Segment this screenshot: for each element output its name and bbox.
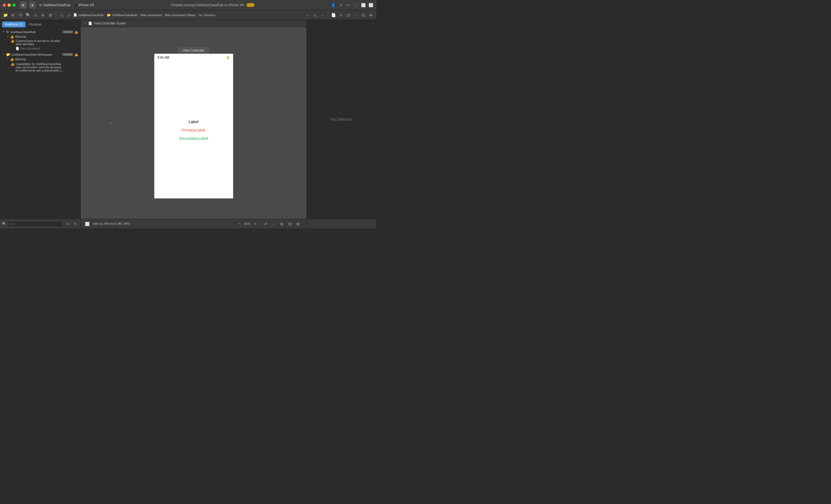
status-bar: Finished running UseBaseClassRule on iPh… bbox=[97, 3, 328, 7]
issue-group-header-2[interactable]: 📁 UseBaseClassRule Workspace 1 issue bbox=[0, 52, 80, 57]
issue-group-2: 📁 UseBaseClassRule Workspace 1 issue War… bbox=[0, 51, 80, 73]
breadcrumb-current: No Selection bbox=[199, 13, 216, 17]
share-icon[interactable]: ⊕ bbox=[368, 12, 374, 18]
folder-nav-icon[interactable]: 📁 bbox=[2, 12, 9, 18]
phone-time: 9:41 AM bbox=[157, 56, 169, 59]
storyboard-arrow: → bbox=[108, 119, 114, 127]
expand-warning-1[interactable] bbox=[6, 35, 9, 38]
warning-triangle-2 bbox=[75, 53, 78, 56]
chevron-right-icon[interactable]: › bbox=[319, 12, 325, 18]
titlebar-right-controls: 👤 ≡ ↩ ⬛ ⬜ ⬜ bbox=[330, 2, 374, 8]
toolbar-separator bbox=[56, 12, 56, 18]
issue-group-1: ⚙ UseBaseClassRule 1 issue Warning Custo… bbox=[0, 29, 80, 51]
warning-nav-icon[interactable]: ⚠ bbox=[312, 12, 318, 18]
warning-group-1[interactable]: Warning bbox=[0, 34, 80, 39]
breadcrumb: 📄 UseBaseClassRule › 📁 UseBaseClassRule … bbox=[74, 13, 216, 17]
warning-triangle-1 bbox=[75, 30, 78, 34]
layout2-icon[interactable]: ⬜ bbox=[360, 2, 366, 8]
breadcrumb-group[interactable]: UseBaseClassRule bbox=[112, 13, 137, 17]
prev-icon[interactable]: ◁ bbox=[58, 12, 65, 18]
grid-view-icon[interactable]: ⊞ bbox=[279, 221, 285, 227]
play-button[interactable]: ▶ bbox=[20, 2, 27, 9]
grid-icon[interactable]: ⊞ bbox=[47, 12, 54, 18]
phone-status-bar: 9:41 AM 🔋 bbox=[154, 54, 233, 61]
expand-icon-2[interactable] bbox=[2, 53, 5, 56]
issue-item-2[interactable]: Capabilities for UseBaseClassRulemay not… bbox=[0, 61, 80, 72]
expand-warning-2[interactable] bbox=[6, 58, 9, 60]
label-primary: PrimaryLabel bbox=[182, 128, 205, 132]
project-name: ⚙ UseBaseClassRule › 📱 iPhone XR bbox=[39, 3, 94, 7]
phone-content: Label PrimaryLabel SecondaryLabel bbox=[154, 61, 233, 198]
size-icon[interactable]: ⊟ bbox=[360, 12, 367, 18]
diff-icon[interactable]: ⊕ bbox=[40, 12, 46, 18]
label-secondary: SecondaryLabel bbox=[179, 136, 208, 141]
tab-buildtime[interactable]: Buildtime (2) bbox=[2, 22, 26, 27]
download-icon[interactable]: ↓ bbox=[270, 221, 277, 227]
breadcrumb-storyboard[interactable]: Main.storyboard bbox=[141, 13, 162, 17]
sep2 bbox=[328, 12, 328, 18]
expand-icon-1[interactable] bbox=[2, 31, 5, 33]
canvas-body[interactable]: → View Controller 9:41 AM 🔋 Label Primar… bbox=[81, 27, 307, 219]
maximize-button[interactable] bbox=[12, 3, 16, 7]
view-as-label: View as: iPhone 8 (⌘C ⌘R) bbox=[92, 222, 130, 226]
issues-content: ⚙ UseBaseClassRule 1 issue Warning Custo… bbox=[0, 28, 80, 219]
layout3-icon[interactable]: ⬜ bbox=[368, 2, 374, 8]
canvas-header: 📄 View Controller Scene bbox=[81, 20, 307, 27]
layout1-icon[interactable]: ⬛ bbox=[353, 2, 359, 8]
project-file-icon: 📄 bbox=[74, 13, 77, 17]
issue-group-header-1[interactable]: ⚙ UseBaseClassRule 1 issue bbox=[0, 29, 80, 34]
bottom-right-icons: ↺ ↓ ⊞ ⊟ ⊞ bbox=[260, 219, 303, 229]
canvas-icon[interactable]: ⬜ bbox=[84, 221, 90, 227]
stop-button[interactable]: ■ bbox=[29, 2, 36, 9]
warning-icon-2 bbox=[10, 58, 14, 61]
issue-warn-icon-2 bbox=[11, 62, 15, 66]
issue-item-1[interactable]: CustomClass is not set to UILabel(peE-a6… bbox=[0, 39, 80, 51]
breadcrumb-project[interactable]: UseBaseClassRule bbox=[78, 13, 104, 17]
battery-icon: 🔋 bbox=[226, 56, 230, 59]
scene-expand-icon[interactable] bbox=[84, 22, 87, 25]
down-arrow-icon[interactable]: ↓ bbox=[353, 12, 359, 18]
chevron-left-icon[interactable]: ‹ bbox=[304, 12, 311, 18]
next-icon[interactable]: ▷ bbox=[66, 12, 72, 18]
info-icon[interactable]: ℹ bbox=[338, 12, 344, 18]
expand-icon[interactable]: ⊞ bbox=[295, 221, 301, 227]
account-icon[interactable]: 👤 bbox=[330, 2, 336, 8]
storyboard-file-icon: 📄 bbox=[16, 47, 19, 50]
warning-filter-icon[interactable]: ⚠ bbox=[32, 12, 39, 18]
filter-clear-icon[interactable]: ⊖ bbox=[72, 221, 78, 227]
issues-panel: Buildtime (2) Runtime ⚙ UseBaseClassRule… bbox=[0, 20, 81, 219]
zoom-controls: − 90% + bbox=[236, 221, 258, 227]
warning-badge: ⚠ 2 bbox=[246, 3, 255, 7]
breadcrumb-folder-icon: 📁 bbox=[107, 13, 111, 17]
refresh-icon[interactable]: ↺ bbox=[262, 221, 269, 227]
titlebar: ▶ ■ ⚙ UseBaseClassRule › 📱 iPhone XR Fin… bbox=[0, 0, 376, 10]
inspector-icon[interactable]: ⊡ bbox=[345, 12, 352, 18]
filter-options-icon[interactable]: ⊕ bbox=[64, 221, 71, 227]
bottom-layout: 🔍 Filter ⊕ ⊖ ⬜ View as: iPhone 8 (⌘C ⌘R)… bbox=[0, 219, 376, 229]
file-new-icon[interactable]: 📄 bbox=[330, 12, 337, 18]
editor-icon[interactable]: ≡ bbox=[338, 2, 344, 8]
hierarchy-icon[interactable]: ⊞ bbox=[10, 12, 16, 18]
issue-warn-icon-1 bbox=[11, 39, 15, 42]
phone-frame: 9:41 AM 🔋 Label PrimaryLabel SecondaryLa… bbox=[154, 54, 233, 199]
filter-input-left[interactable]: Filter bbox=[7, 221, 63, 227]
minimize-button[interactable] bbox=[7, 3, 11, 7]
tab-runtime[interactable]: Runtime bbox=[27, 22, 44, 27]
label-normal: Label bbox=[189, 119, 199, 124]
toolbar: 📁 ⊞ ➕ 🔍 ⚠ ⊕ ⊞ ◁ ▷ 📄 UseBaseClassRule › 📁… bbox=[0, 10, 376, 20]
zoom-level: 90% bbox=[244, 222, 251, 226]
close-button[interactable] bbox=[3, 3, 6, 7]
no-selection-text: No Selection bbox=[331, 117, 352, 121]
add-icon[interactable]: ➕ bbox=[17, 12, 24, 18]
nav-icon[interactable]: ↩ bbox=[345, 2, 351, 8]
zoom-out-button[interactable]: − bbox=[236, 221, 242, 227]
view-controller-title: View Controller bbox=[178, 47, 209, 54]
resize-icon[interactable]: ⊟ bbox=[287, 221, 293, 227]
bottom-right bbox=[307, 219, 376, 229]
search-icon[interactable]: 🔍 bbox=[25, 12, 31, 18]
warning-group-2[interactable]: Warning bbox=[0, 57, 80, 61]
right-panel: No Selection bbox=[307, 20, 376, 219]
breadcrumb-storyboard-base[interactable]: Main.storyboard (Base) bbox=[165, 13, 196, 17]
traffic-lights bbox=[3, 3, 16, 7]
zoom-in-button[interactable]: + bbox=[253, 221, 258, 227]
